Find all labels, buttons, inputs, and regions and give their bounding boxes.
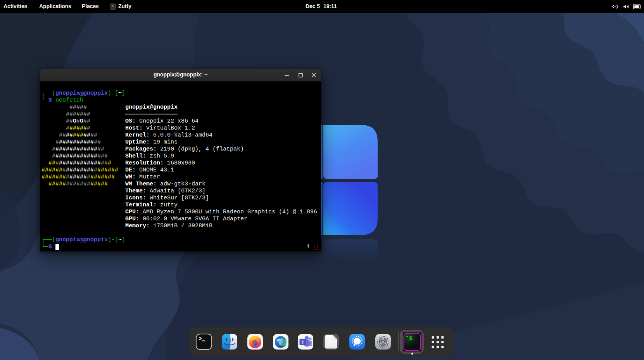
svg-text:~$: ~$ bbox=[111, 5, 114, 7]
svg-text:T: T bbox=[301, 340, 304, 345]
svg-text:~: ~ bbox=[406, 334, 408, 340]
svg-text:$: $ bbox=[409, 336, 413, 342]
